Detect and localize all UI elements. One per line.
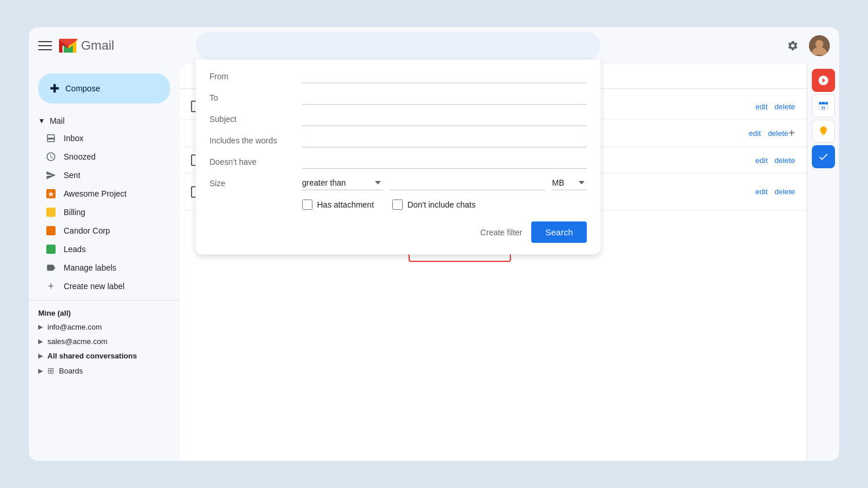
compose-button[interactable]: ✚ Compose bbox=[38, 73, 170, 103]
to-label: To bbox=[209, 93, 302, 102]
sent-label: Sent bbox=[64, 171, 80, 180]
from-row: From bbox=[209, 69, 587, 83]
billing-label: Billing bbox=[64, 208, 85, 217]
compose-label: Compose bbox=[65, 84, 100, 93]
svg-rect-4 bbox=[46, 208, 56, 217]
filter-edit-link-2[interactable]: edit bbox=[749, 129, 761, 138]
filter-actions-3: edit delete bbox=[756, 156, 795, 165]
svg-rect-6 bbox=[46, 245, 56, 254]
filter-delete-link-4[interactable]: delete bbox=[775, 187, 795, 196]
size-value-input[interactable] bbox=[390, 176, 545, 190]
manage-labels-label: Manage labels bbox=[64, 263, 116, 272]
header: Gmail From To Subject bbox=[29, 27, 839, 64]
sidebar-item-snoozed[interactable]: Snoozed bbox=[29, 147, 170, 166]
svg-rect-9 bbox=[821, 101, 822, 103]
sidebar-item-inbox[interactable]: Inbox bbox=[29, 129, 170, 147]
svg-text:31: 31 bbox=[821, 106, 826, 110]
billing-icon bbox=[45, 206, 57, 218]
add-filter-icon[interactable]: + bbox=[788, 127, 795, 140]
candor-corp-icon bbox=[45, 225, 57, 236]
menu-icon[interactable] bbox=[38, 39, 52, 53]
boards-arrow-icon: ▶ bbox=[38, 367, 43, 375]
all-shared-arrow-icon: ▶ bbox=[38, 352, 43, 360]
has-attachment-checkbox[interactable] bbox=[302, 199, 312, 210]
snoozed-label: Snoozed bbox=[64, 152, 95, 161]
has-attachment-label: Has attachment bbox=[317, 200, 374, 209]
awesome-project-label: Awesome Project bbox=[64, 189, 127, 198]
gmail-m-icon bbox=[58, 35, 79, 56]
inbox-icon bbox=[45, 132, 57, 144]
sidebar-item-sent[interactable]: Sent bbox=[29, 166, 170, 184]
search-bar[interactable]: From To Subject Includes the words bbox=[196, 32, 601, 60]
mail-section-label[interactable]: ▼ Mail bbox=[29, 113, 179, 129]
leads-label: Leads bbox=[64, 245, 86, 254]
size-unit-select[interactable]: MB KB GB bbox=[552, 176, 587, 190]
filter-actions-2: edit delete bbox=[749, 129, 788, 138]
sent-icon bbox=[45, 169, 57, 181]
svg-rect-10 bbox=[825, 101, 826, 103]
user-avatar[interactable] bbox=[809, 35, 830, 56]
app-icon-tasks[interactable] bbox=[812, 145, 835, 168]
doesnt-have-input[interactable] bbox=[302, 154, 587, 169]
filter-actions-4: edit delete bbox=[756, 187, 795, 196]
dont-include-chats-checkbox[interactable] bbox=[392, 199, 403, 210]
mine-item-all-shared[interactable]: ▶ All shared conversations bbox=[38, 349, 170, 363]
dont-include-chats-item: Don't include chats bbox=[392, 199, 476, 210]
filter-delete-link-2[interactable]: delete bbox=[768, 129, 788, 138]
subject-input[interactable] bbox=[302, 112, 587, 126]
create-label-icon: + bbox=[45, 280, 57, 292]
create-filter-link-btn[interactable]: Create filter bbox=[480, 228, 522, 237]
app-icon-calendar[interactable]: 31 bbox=[812, 94, 835, 117]
size-label: Size bbox=[209, 179, 302, 188]
search-button[interactable]: Search bbox=[531, 221, 587, 243]
manage-labels-icon bbox=[45, 262, 57, 273]
from-input[interactable] bbox=[302, 69, 587, 83]
settings-button[interactable] bbox=[781, 34, 804, 57]
has-attachment-item: Has attachment bbox=[302, 199, 374, 210]
app-icon-keep[interactable] bbox=[812, 120, 835, 143]
includes-input[interactable] bbox=[302, 133, 587, 147]
info-acme-label: info@acme.com bbox=[47, 323, 102, 331]
boards-label: Boards bbox=[59, 367, 83, 375]
sidebar-item-create-new-label[interactable]: + Create new label bbox=[29, 277, 170, 295]
compose-plus-icon: ✚ bbox=[50, 82, 60, 95]
subject-label: Subject bbox=[209, 114, 302, 124]
mail-label: Mail bbox=[50, 116, 65, 125]
sidebar-item-candor-corp[interactable]: Candor Corp bbox=[29, 221, 170, 240]
doesnt-have-row: Doesn't have bbox=[209, 154, 587, 169]
svg-rect-8 bbox=[819, 102, 827, 104]
candor-corp-label: Candor Corp bbox=[64, 226, 110, 235]
filter-edit-link[interactable]: edit bbox=[756, 102, 768, 111]
inbox-label: Inbox bbox=[64, 134, 83, 143]
sidebar-item-billing[interactable]: Billing bbox=[29, 203, 170, 221]
svg-rect-5 bbox=[46, 226, 56, 235]
size-comparator-select[interactable]: greater than less than bbox=[302, 176, 383, 190]
mine-item-info-acme[interactable]: ▶ info@acme.com bbox=[38, 320, 170, 334]
boards-grid-icon: ⊞ bbox=[47, 366, 54, 375]
sidebar-item-leads[interactable]: Leads bbox=[29, 240, 170, 258]
sidebar-item-awesome-project[interactable]: Awesome Project bbox=[29, 184, 170, 203]
filter-edit-link-4[interactable]: edit bbox=[756, 187, 768, 196]
sales-acme-label: sales@acme.com bbox=[47, 337, 108, 346]
mine-item-sales-acme[interactable]: ▶ sales@acme.com bbox=[38, 334, 170, 349]
info-acme-arrow-icon: ▶ bbox=[38, 323, 43, 331]
sidebar: ✚ Compose ▼ Mail Inbox Snoozed bbox=[29, 64, 179, 461]
filter-edit-link-3[interactable]: edit bbox=[756, 156, 768, 165]
app-icon-red[interactable] bbox=[812, 69, 835, 92]
right-apps-panel: 31 bbox=[807, 64, 839, 461]
mine-item-boards[interactable]: ▶ ⊞ Boards bbox=[38, 363, 170, 378]
dont-include-chats-label: Don't include chats bbox=[407, 200, 476, 209]
nav-divider bbox=[29, 300, 179, 301]
create-new-label-label: Create new label bbox=[64, 282, 124, 291]
to-input[interactable] bbox=[302, 90, 587, 105]
filter-delete-link-3[interactable]: delete bbox=[775, 156, 795, 165]
header-right bbox=[781, 34, 830, 57]
header-left: Gmail bbox=[38, 35, 189, 56]
search-dropdown: From To Subject Includes the words bbox=[196, 60, 601, 254]
awesome-project-icon bbox=[45, 188, 57, 199]
filter-actions: edit delete bbox=[756, 102, 795, 111]
filter-delete-link[interactable]: delete bbox=[775, 102, 795, 111]
sidebar-item-manage-labels[interactable]: Manage labels bbox=[29, 258, 170, 277]
sales-acme-arrow-icon: ▶ bbox=[38, 338, 43, 345]
leads-icon bbox=[45, 243, 57, 255]
